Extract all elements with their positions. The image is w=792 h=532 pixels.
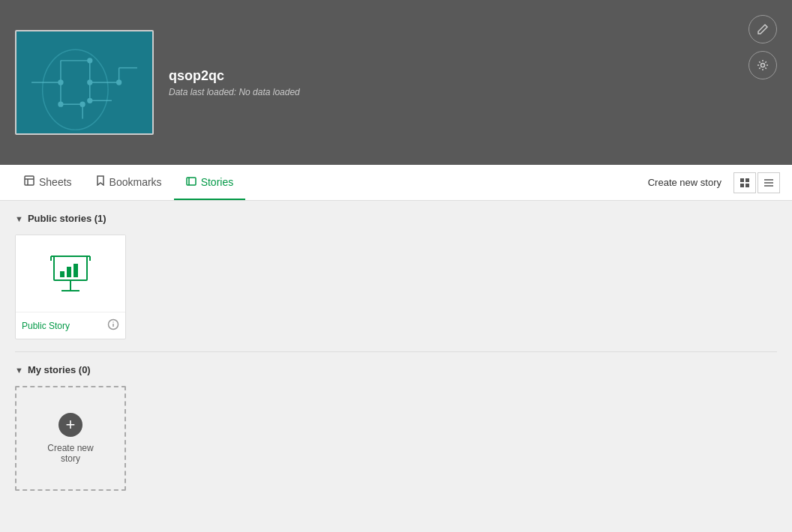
app-header: qsop2qc Data last loaded: No data loaded — [0, 0, 792, 165]
grid-icon — [740, 178, 750, 188]
tab-stories-label: Stories — [201, 176, 234, 188]
stories-icon — [186, 176, 196, 188]
nav-tabs: Sheets Bookmarks Stories — [12, 165, 245, 200]
header-actions — [748, 15, 777, 79]
svg-point-17 — [58, 102, 63, 106]
tab-stories[interactable]: Stories — [174, 165, 246, 200]
svg-point-13 — [58, 80, 63, 85]
tab-bookmarks-label: Bookmarks — [110, 176, 162, 188]
tab-bookmarks[interactable]: Bookmarks — [84, 165, 174, 200]
grid-view-button[interactable] — [734, 172, 756, 193]
public-stories-label: Public stories (1) — [28, 213, 106, 224]
svg-rect-30 — [746, 184, 749, 187]
my-stories-header[interactable]: ▼ My stories (0) — [15, 364, 777, 375]
svg-rect-27 — [740, 178, 744, 182]
app-subtitle: Data last loaded: No data loaded — [169, 87, 300, 97]
my-stories-chevron: ▼ — [15, 366, 23, 375]
public-stories-grid: Public Story — [15, 235, 777, 339]
info-icon[interactable] — [107, 318, 119, 333]
svg-point-18 — [80, 102, 85, 106]
svg-point-16 — [117, 80, 122, 85]
svg-rect-22 — [25, 176, 34, 185]
my-stories-grid: + Create newstory — [15, 386, 777, 491]
story-card-title: Public Story — [22, 321, 70, 331]
view-toggle — [734, 172, 780, 193]
bookmarks-icon — [96, 175, 105, 188]
svg-point-19 — [88, 98, 92, 103]
svg-rect-37 — [60, 271, 64, 277]
svg-point-21 — [761, 64, 765, 67]
create-story-nav-button[interactable]: Create new story — [642, 174, 728, 191]
tab-sheets[interactable]: Sheets — [12, 165, 84, 200]
svg-point-14 — [88, 58, 92, 63]
list-view-button[interactable] — [758, 172, 780, 193]
svg-point-15 — [88, 80, 92, 85]
section-divider — [15, 351, 777, 352]
content-area: ▼ Public stories (1) — [0, 201, 792, 532]
app-title: qsop2qc — [169, 68, 300, 84]
svg-rect-25 — [187, 178, 196, 185]
svg-point-45 — [112, 321, 113, 322]
create-plus-icon: + — [58, 413, 82, 437]
sheets-icon — [24, 175, 34, 188]
edit-button[interactable] — [748, 15, 777, 43]
public-stories-chevron: ▼ — [15, 214, 23, 223]
svg-rect-29 — [740, 184, 744, 187]
nav-right: Create new story — [642, 172, 780, 193]
gear-icon — [757, 59, 769, 71]
story-card-footer: Public Story — [16, 312, 125, 339]
list-icon — [764, 178, 774, 187]
nav-bar: Sheets Bookmarks Stories Create new stor… — [0, 165, 792, 201]
svg-rect-39 — [74, 264, 78, 277]
svg-rect-38 — [67, 267, 71, 277]
edit-icon — [757, 23, 769, 35]
my-stories-label: My stories (0) — [28, 364, 91, 375]
story-card-public[interactable]: Public Story — [15, 235, 126, 339]
tab-sheets-label: Sheets — [39, 176, 72, 188]
app-thumbnail — [15, 30, 154, 135]
create-story-label: Create newstory — [47, 443, 93, 464]
presentation-icon — [48, 253, 93, 294]
app-info: qsop2qc Data last loaded: No data loaded — [169, 68, 300, 97]
public-stories-header[interactable]: ▼ Public stories (1) — [15, 213, 777, 224]
story-card-thumbnail — [16, 235, 125, 312]
svg-rect-28 — [746, 178, 749, 182]
create-new-story-card[interactable]: + Create newstory — [15, 386, 126, 491]
settings-button[interactable] — [748, 51, 777, 79]
